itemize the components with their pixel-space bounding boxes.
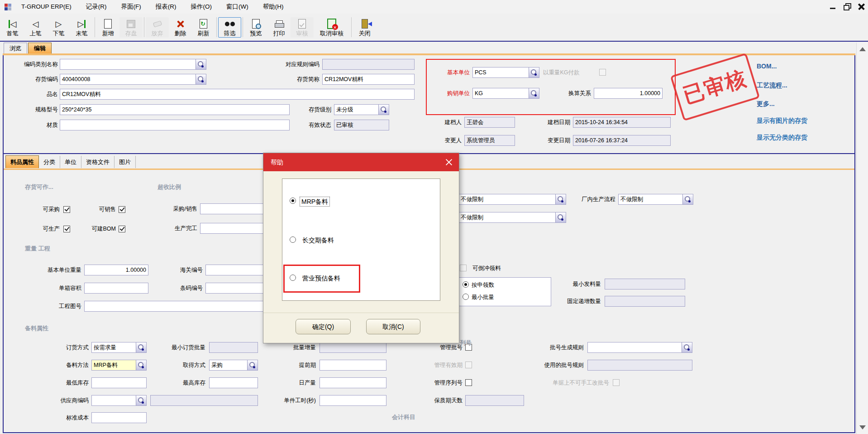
batch-rule-combo[interactable]: [587, 342, 692, 353]
restriction-2-value[interactable]: 不做限制: [459, 212, 555, 222]
new-button[interactable]: 新增: [96, 17, 119, 38]
long-leadtime-label[interactable]: 长交期备料: [302, 236, 334, 245]
lookup-icon[interactable]: [555, 212, 566, 222]
tab-item-attributes[interactable]: 料品属性: [5, 155, 39, 168]
lookup-icon[interactable]: [196, 74, 206, 84]
refresh-button[interactable]: 刷新: [192, 17, 215, 38]
menu-report[interactable]: 报表(R): [148, 0, 184, 14]
lookup-icon[interactable]: [555, 194, 566, 204]
filter-button[interactable]: 筛选: [218, 17, 241, 38]
min-stock-field[interactable]: [91, 377, 147, 388]
tab-browse[interactable]: 浏览: [4, 43, 27, 54]
purchasable-checkbox[interactable]: [63, 206, 70, 213]
min-batch-radio[interactable]: [463, 294, 469, 300]
menu-record[interactable]: 记录(R): [79, 0, 114, 14]
tab-edit[interactable]: 编辑: [28, 43, 52, 54]
code-category-combo[interactable]: [60, 59, 206, 70]
close-window-button[interactable]: [857, 2, 867, 12]
tab-unit[interactable]: 单位: [60, 156, 81, 168]
inv-code-value[interactable]: 400400008: [60, 74, 196, 84]
cancel-button[interactable]: 取消(C): [366, 319, 420, 334]
unit-hours-field[interactable]: [320, 395, 386, 406]
lookup-icon[interactable]: [378, 105, 389, 115]
lookup-icon[interactable]: [247, 360, 258, 370]
prepare-method-value[interactable]: MRP备料: [92, 360, 136, 370]
lookup-icon[interactable]: [196, 59, 206, 69]
conversion-field[interactable]: 1.00000: [594, 88, 663, 99]
restore-button[interactable]: [842, 2, 852, 12]
base-unit-weight-field[interactable]: 1.00000: [84, 265, 148, 275]
daily-output-field[interactable]: [320, 377, 386, 388]
restriction-1-value[interactable]: 不做限制: [459, 194, 555, 204]
scroll-down-arrow[interactable]: [859, 425, 866, 429]
tab-classification[interactable]: 分类: [39, 156, 60, 168]
link-more[interactable]: 更多...: [757, 100, 775, 108]
menu-help[interactable]: 帮助(H): [256, 0, 291, 14]
vertical-scrollbar[interactable]: [856, 43, 868, 434]
scroll-up-arrow[interactable]: [859, 47, 866, 51]
base-unit-combo[interactable]: PCS: [472, 67, 539, 78]
obtain-mode-value[interactable]: 采购: [210, 360, 247, 370]
menu-window[interactable]: 窗口(W): [219, 0, 256, 14]
restriction-combo-2[interactable]: 不做限制: [458, 212, 566, 223]
minimize-button[interactable]: [828, 2, 838, 12]
producible-checkbox[interactable]: [63, 226, 70, 232]
mrp-prepare-radio[interactable]: [290, 198, 296, 204]
drawing-no-field[interactable]: [84, 301, 263, 312]
inv-code-combo[interactable]: 400400008: [60, 74, 206, 85]
trade-unit-value[interactable]: KG: [473, 88, 529, 98]
next-record-button[interactable]: ▷ 下笔: [47, 17, 70, 38]
std-cost-field[interactable]: [91, 412, 147, 423]
factory-flow-combo[interactable]: 不做限制: [618, 194, 693, 205]
lookup-icon[interactable]: [529, 88, 539, 98]
tab-images[interactable]: 图片: [114, 156, 136, 168]
code-category-value[interactable]: [60, 59, 196, 69]
cancel-audit-button[interactable]: 取消审核: [314, 17, 350, 38]
trade-unit-combo[interactable]: KG: [472, 88, 539, 99]
menu-operation[interactable]: 操作(O): [184, 0, 219, 14]
mrp-prepare-label[interactable]: MRP备料: [300, 197, 330, 207]
menu-tgroup-erp[interactable]: T-GROUP ERP(E): [14, 0, 79, 14]
issue-by-request-radio[interactable]: [463, 281, 469, 288]
base-unit-value[interactable]: PCS: [473, 68, 529, 77]
first-record-button[interactable]: ◁ 首笔: [1, 17, 24, 38]
tab-qualification-files[interactable]: 资格文件: [81, 156, 114, 168]
delete-button[interactable]: 删除: [169, 17, 192, 38]
name-field[interactable]: CR12MOV精料: [60, 89, 415, 100]
inv-abbr-field[interactable]: CR12MOV精料: [322, 74, 415, 85]
factory-flow-value[interactable]: 不做限制: [619, 194, 682, 204]
spec-field[interactable]: 250*240*35: [60, 104, 290, 115]
max-stock-field[interactable]: [209, 377, 258, 388]
link-craft-flow[interactable]: 工艺流程...: [757, 82, 787, 90]
lookup-icon[interactable]: [682, 194, 693, 204]
lookup-icon[interactable]: [682, 342, 692, 352]
lookup-icon[interactable]: [136, 360, 146, 370]
box-volume-field[interactable]: [84, 283, 148, 294]
sellable-checkbox[interactable]: [119, 206, 125, 213]
supplier-code-combo[interactable]: [91, 395, 147, 406]
print-button[interactable]: 打印: [267, 17, 291, 38]
dialog-close-icon[interactable]: [444, 158, 453, 167]
prev-record-button[interactable]: ◁ 上笔: [24, 17, 47, 38]
long-leadtime-radio[interactable]: [290, 236, 296, 243]
bom-buildable-checkbox[interactable]: [119, 226, 125, 232]
lead-time-field[interactable]: [320, 360, 386, 371]
link-bom[interactable]: BOM...: [757, 63, 777, 70]
close-form-button[interactable]: 关闭: [353, 17, 376, 38]
obtain-mode-combo[interactable]: 采购: [209, 360, 258, 371]
order-mode-combo[interactable]: 按需求量: [91, 342, 147, 353]
batch-rule-value[interactable]: [588, 342, 682, 352]
prepare-method-combo[interactable]: MRP备料: [91, 360, 147, 371]
supplier-code-value[interactable]: [92, 395, 136, 405]
link-show-uncategorized[interactable]: 显示无分类的存货: [757, 134, 807, 142]
manage-serial-checkbox[interactable]: [465, 379, 472, 386]
inv-level-value[interactable]: 未分级: [334, 105, 378, 115]
ok-button[interactable]: 确定(Q): [296, 319, 351, 334]
preview-button[interactable]: 预览: [244, 17, 267, 38]
lookup-icon[interactable]: [529, 68, 539, 77]
link-show-with-images[interactable]: 显示有图片的存货: [757, 117, 807, 125]
last-record-button[interactable]: ▷ 末笔: [70, 17, 93, 38]
order-mode-value[interactable]: 按需求量: [92, 342, 136, 352]
lookup-icon[interactable]: [136, 395, 146, 405]
menu-interface[interactable]: 界面(F): [114, 0, 148, 14]
